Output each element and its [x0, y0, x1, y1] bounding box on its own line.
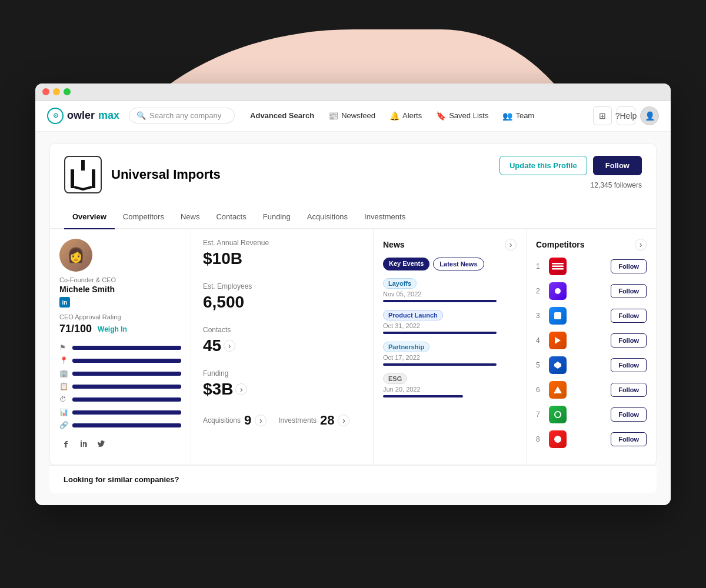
investments-block: Investments 28 ›	[278, 413, 349, 428]
metric-bar-4	[72, 385, 181, 389]
nav-link-alerts[interactable]: 🔔 Alerts	[384, 108, 428, 124]
alerts-icon: 🔔	[389, 111, 399, 121]
nav-link-advanced-search[interactable]: Advanced Search	[244, 108, 320, 123]
advanced-search-label: Advanced Search	[250, 111, 314, 120]
ceo-name: Michele Smith	[59, 285, 181, 294]
revenue-label: Est. Annual Revenue	[203, 239, 361, 247]
comp-follow-btn-7[interactable]: Follow	[611, 407, 647, 422]
tab-overview[interactable]: Overview	[64, 205, 115, 229]
comp-follow-btn-5[interactable]: Follow	[611, 358, 647, 372]
competitor-row-1: 1 Follow	[536, 258, 647, 275]
saved-lists-label: Saved Lists	[449, 111, 488, 120]
tab-news[interactable]: News	[172, 205, 208, 229]
news-tabs: Key Events Latest News	[383, 258, 517, 270]
contacts-chevron[interactable]: ›	[224, 340, 235, 352]
competitor-row-6: 6 Follow	[536, 381, 647, 399]
tab-acquisitions[interactable]: Acquisitions	[299, 205, 356, 229]
search-bar[interactable]: 🔍 Search any company	[129, 108, 235, 123]
metric-icon-list: 📋	[59, 382, 68, 390]
metric-icon-time: ⏱	[59, 395, 68, 403]
news-date-2: Oct 31, 2022	[383, 322, 517, 329]
comp-follow-btn-6[interactable]: Follow	[611, 383, 647, 397]
tab-funding[interactable]: Funding	[255, 205, 299, 229]
comp-follow-btn-2[interactable]: Follow	[611, 284, 647, 298]
weigh-in-button[interactable]: Weigh In	[98, 325, 127, 333]
revenue-block: Est. Annual Revenue $10B	[203, 239, 361, 268]
comp-logo-7	[549, 406, 567, 423]
logo[interactable]: ⊙ owlermax	[47, 108, 119, 124]
company-name: Universal Imports	[111, 167, 221, 182]
competitor-row-7: 7 Follow	[536, 406, 647, 423]
metric-row-6: 📊	[59, 408, 181, 416]
linkedin-link[interactable]	[77, 437, 90, 450]
update-profile-button[interactable]: Update this Profile	[499, 156, 587, 175]
svg-rect-1	[71, 169, 74, 188]
browser-minimize-dot[interactable]	[53, 88, 60, 95]
employees-label: Est. Employees	[203, 282, 361, 290]
browser-maximize-dot[interactable]	[64, 88, 71, 95]
news-item-3[interactable]: Partnership Oct 17, 2022	[383, 341, 517, 366]
news-tab-latest-news[interactable]: Latest News	[433, 258, 484, 270]
tab-investments[interactable]: Investments	[356, 205, 414, 229]
employees-value: 6,500	[203, 293, 361, 312]
comp-logo-4	[549, 332, 567, 349]
help-button[interactable]: ? Help	[617, 106, 635, 125]
investments-chevron[interactable]: ›	[338, 415, 349, 426]
comp-follow-btn-1[interactable]: Follow	[611, 259, 647, 273]
news-panel: News › Key Events Latest News Layoffs No…	[374, 229, 527, 465]
comp-follow-btn-4[interactable]: Follow	[611, 333, 647, 348]
news-item-1[interactable]: Layoffs Nov 05, 2022	[383, 278, 517, 302]
search-icon: 🔍	[136, 111, 146, 120]
linkedin-badge[interactable]: in	[59, 297, 70, 308]
navbar: ⊙ owlermax 🔍 Search any company Advanced…	[35, 101, 671, 132]
nav-link-newsfeed[interactable]: 📰 Newsfeed	[322, 108, 381, 124]
content-grid: 👩 Co-Founder & CEO Michele Smith in CEO …	[49, 229, 657, 465]
metric-icon-flag: ⚑	[59, 343, 68, 352]
nav-link-saved-lists[interactable]: 🔖 Saved Lists	[430, 108, 494, 124]
tab-competitors[interactable]: Competitors	[115, 205, 172, 229]
grid-icon-button[interactable]: ⊞	[593, 106, 612, 125]
news-date-3: Oct 17, 2022	[383, 354, 517, 361]
contacts-label: Contacts	[203, 326, 361, 334]
news-tab-key-events[interactable]: Key Events	[383, 258, 429, 270]
acquisitions-chevron[interactable]: ›	[255, 415, 267, 426]
browser-window: ⊙ owlermax 🔍 Search any company Advanced…	[35, 83, 671, 505]
news-chevron[interactable]: ›	[505, 239, 517, 250]
competitors-chevron[interactable]: ›	[635, 239, 647, 250]
comp-rank-8: 8	[536, 435, 544, 443]
browser-close-dot[interactable]	[42, 88, 49, 95]
facebook-link[interactable]	[59, 437, 72, 450]
metric-row-5: ⏱	[59, 395, 181, 403]
news-bar-3	[383, 363, 497, 366]
funding-value: $3B	[203, 380, 233, 399]
comp-follow-btn-8[interactable]: Follow	[611, 432, 647, 446]
metric-bar-5	[72, 397, 181, 402]
user-avatar[interactable]: 👤	[640, 106, 659, 125]
comp-logo-8	[549, 430, 567, 448]
funding-chevron[interactable]: ›	[235, 383, 247, 395]
followers-count: 12,345 followers	[591, 181, 642, 189]
competitor-row-3: 3 Follow	[536, 307, 647, 325]
ceo-panel: 👩 Co-Founder & CEO Michele Smith in CEO …	[50, 229, 191, 465]
grid-icon: ⊞	[599, 111, 606, 121]
nav-link-team[interactable]: 👥 Team	[497, 108, 540, 124]
news-panel-header: News ›	[383, 239, 517, 250]
news-badge-launch: Product Launch	[383, 310, 443, 320]
news-bar-1	[383, 300, 497, 302]
company-header: Universal Imports Update this Profile Fo…	[49, 143, 657, 205]
metric-bar-3	[72, 372, 181, 376]
svg-rect-7	[554, 312, 561, 319]
twitter-link[interactable]	[95, 437, 108, 450]
metric-icon-building: 🏢	[59, 369, 68, 377]
news-item-2[interactable]: Product Launch Oct 31, 2022	[383, 309, 517, 334]
contacts-link[interactable]: 45 ›	[203, 336, 361, 355]
comp-rank-4: 4	[536, 336, 544, 345]
browser-chrome	[35, 83, 671, 101]
comp-follow-btn-3[interactable]: Follow	[611, 309, 647, 323]
follow-company-button[interactable]: Follow	[593, 156, 642, 175]
funding-block: Funding $3B ›	[203, 369, 361, 399]
tab-contacts[interactable]: Contacts	[208, 205, 254, 229]
news-item-4[interactable]: ESG Jun 20, 2022	[383, 373, 517, 397]
news-date-1: Nov 05, 2022	[383, 290, 517, 298]
funding-link[interactable]: $3B ›	[203, 380, 361, 399]
